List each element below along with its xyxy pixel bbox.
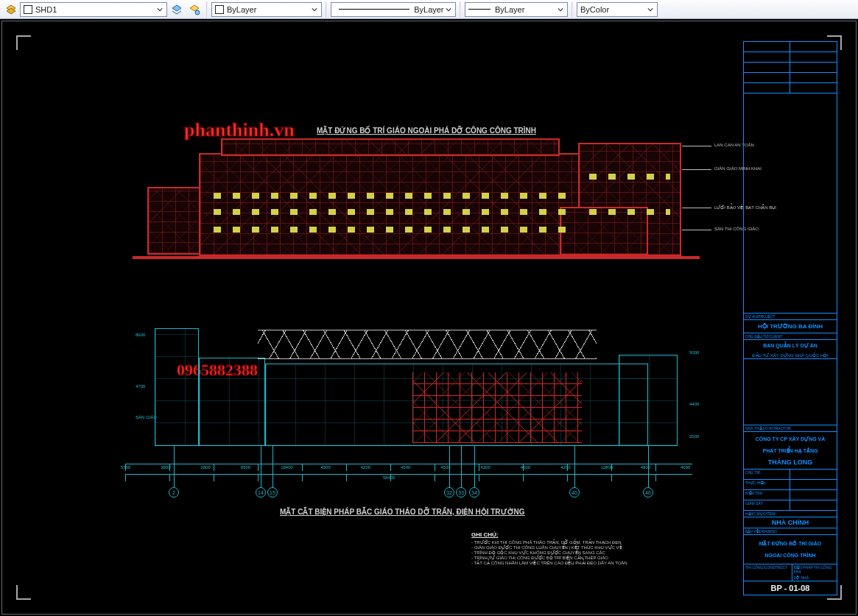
dimension-text: 2800 xyxy=(201,465,211,470)
make-layer-current-button[interactable] xyxy=(169,1,185,18)
building-label: HẠNG MỤC/ITEM xyxy=(744,511,837,517)
level-label: 2500 xyxy=(689,434,699,439)
chevron-down-icon xyxy=(555,7,566,13)
level-label: 4700 xyxy=(136,384,145,389)
notes-block: GHI CHÚ: - TRƯỚC KHI THI CÔNG PHÁ THÁO T… xyxy=(471,531,736,565)
stage-1: BIỆN PHÁP THI CÔNG PHÁ xyxy=(792,564,837,575)
lineweight-preview xyxy=(468,9,490,10)
layer-properties-button[interactable] xyxy=(186,1,203,18)
plotstyle-dropdown[interactable]: ByColor xyxy=(577,2,658,17)
grid-line xyxy=(272,446,273,487)
frame-corner-icon xyxy=(16,585,31,600)
contractor-label: NHÀ THẦU/CONTRACTOR xyxy=(744,425,837,432)
drawing-label: BẢN VẼ/DRAWING xyxy=(744,528,837,535)
dimension-text: 4500 xyxy=(320,465,330,470)
model-viewport[interactable]: MẶT ĐỨNG BỐ TRÍ GIÁO NGOÀI PHÁ DỠ CÔNG C… xyxy=(0,19,858,616)
dimension-text: 3800 xyxy=(161,465,170,470)
section-block xyxy=(155,328,199,446)
contractor-1: CÔNG TY CP XÂY DỰNG VÀ xyxy=(744,433,837,445)
project-name: HỘI TRƯỜNG BA ĐÌNH xyxy=(744,320,837,333)
color-value: ByLayer xyxy=(227,5,309,14)
chevron-down-icon xyxy=(155,7,165,13)
dimension-text: 4200 xyxy=(481,465,490,470)
color-dropdown[interactable]: ByLayer xyxy=(211,2,322,17)
grid-line xyxy=(461,446,462,487)
lineweight-value: ByLayer xyxy=(495,5,555,14)
chevron-down-icon xyxy=(309,7,320,13)
window-row xyxy=(214,193,567,199)
level-label: SÀN GIÁO xyxy=(136,415,157,419)
dimension-span: 58400 xyxy=(383,475,395,480)
project-label: DỰ ÁN/PROJECT xyxy=(744,314,837,320)
svg-point-4 xyxy=(195,10,200,15)
section-title: MẶT CẮT BIỆN PHÁP BẮC GIÁO THÁO DỠ TRẦN,… xyxy=(280,508,525,516)
building-name: NHÀ CHÍNH xyxy=(744,517,837,528)
roof-truss xyxy=(258,330,597,359)
sheet-left: THI CÔNG/CONSTRUCT xyxy=(744,564,792,581)
drawing-title-2: NGOÀI CÔNG TRÌNH xyxy=(744,550,837,561)
elevation-block xyxy=(221,138,560,156)
lineweight-dropdown[interactable]: ByLayer xyxy=(465,2,568,17)
client-sub: ĐẦU TƯ XÂY DỰNG NHÀ QUỐC HỘI xyxy=(744,352,837,358)
grid-bubble: 33 xyxy=(456,487,466,498)
notes-line: - TRÌNH ĐỘ GỐC KHU VỰC KHÔNG ĐƯỢC CHUYỂN… xyxy=(471,550,736,555)
chevron-down-icon xyxy=(444,7,454,13)
grid-bubble: 15 xyxy=(267,487,278,498)
layers-stack-icon xyxy=(5,4,17,15)
dimension-text: 4500 xyxy=(401,465,410,470)
toolbar-separator xyxy=(572,1,573,18)
level-label: 5000 xyxy=(689,350,699,355)
grid-line xyxy=(449,446,450,487)
properties-toolbar: SHD1 ByLayer ByLayer xyxy=(0,0,858,19)
layer-group: SHD1 xyxy=(3,1,205,18)
frame-corner-icon xyxy=(16,35,31,50)
linetype-preview xyxy=(339,9,409,10)
grid-bubble: 32 xyxy=(444,487,454,498)
dimension-text: 4200 xyxy=(560,465,570,470)
notes-title: GHI CHÚ: xyxy=(471,531,736,538)
grid-bubble: 46 xyxy=(643,487,653,498)
chevron-down-icon xyxy=(645,7,655,13)
dimension-text: 4000 xyxy=(681,465,690,470)
section-block xyxy=(619,355,678,446)
dimension-text: 4800 xyxy=(641,465,650,470)
dimension-text: 8500 xyxy=(241,465,250,470)
callout-leader xyxy=(682,146,711,146)
plotstyle-value: ByColor xyxy=(580,5,645,14)
notes-line: - TRƯỚC KHI THI CÔNG PHÁ THÁO TRẦN, DỠ G… xyxy=(471,539,736,545)
callout-leader xyxy=(682,169,711,170)
toolbar-separator xyxy=(206,1,208,18)
dimension-text: 4200 xyxy=(361,465,370,470)
window-row xyxy=(589,209,670,215)
layer-name: SHD1 xyxy=(35,5,155,14)
drawing-title-1: MẶT ĐỨNG BỐ TRÍ GIÁO xyxy=(744,538,837,550)
dimension-text: 5700 xyxy=(121,465,130,470)
drawing-canvas: MẶT ĐỨNG BỐ TRÍ GIÁO NGOÀI PHÁ DỠ CÔNG C… xyxy=(103,63,751,593)
grid-line xyxy=(174,446,175,487)
grid-line xyxy=(474,446,475,487)
grid-line xyxy=(648,446,649,487)
grid-bubble: 14 xyxy=(256,487,266,498)
grid-bubble: 40 xyxy=(569,487,580,498)
notes-line: - TRÌNH TỰ GIÁO THI CÔNG ĐƯỢC BỐ TRÍ BIỆ… xyxy=(471,555,736,560)
color-swatch xyxy=(215,5,224,14)
contractor-2: PHÁT TRIỂN HẠ TẦNG xyxy=(744,445,837,457)
svg-marker-2 xyxy=(172,5,181,11)
grid-bubble: 2 xyxy=(169,487,179,498)
interior-scaffold xyxy=(412,372,582,443)
grid-bubble: 34 xyxy=(469,487,479,498)
callout-leader xyxy=(682,230,711,230)
linetype-value: ByLayer xyxy=(414,5,443,14)
window-row xyxy=(589,174,670,180)
signer-grid: CHỦ TRÌ THỰC HIỆN KIỂM TRA GIÁM SÁT xyxy=(744,470,837,511)
linetype-dropdown[interactable]: ByLayer xyxy=(331,2,456,17)
notes-line: - GIÀN GIÁO ĐƯỢC THI CÔNG LUÂN CHUYỂN | … xyxy=(471,545,736,550)
toolbar-separator xyxy=(326,1,327,18)
stage-2: DỠ NHÀ xyxy=(792,575,837,581)
client-name: BAN QUẢN LÝ DỰ ÁN xyxy=(744,340,837,352)
window-row xyxy=(214,209,567,215)
layer-dropdown[interactable]: SHD1 xyxy=(20,2,167,17)
toolbar-separator xyxy=(460,1,461,18)
revision-grid xyxy=(744,42,837,93)
elevation-title: MẶT ĐỨNG BỐ TRÍ GIÁO NGOÀI PHÁ DỠ CÔNG C… xyxy=(317,127,536,135)
